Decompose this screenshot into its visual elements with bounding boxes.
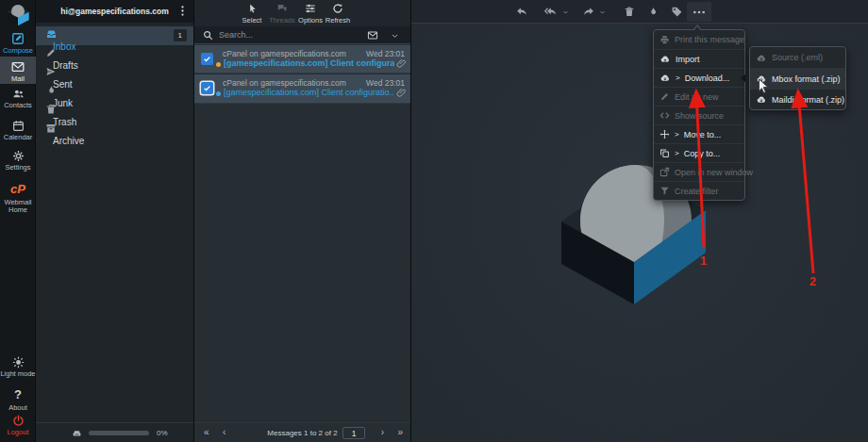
folder-inbox[interactable]: Inbox 1 <box>36 26 193 45</box>
disk-icon <box>71 428 83 438</box>
content-toolbar <box>411 0 868 24</box>
refresh-label: Refresh <box>321 16 355 25</box>
rail-item-settings[interactable]: Settings <box>0 150 36 172</box>
menu-item-download[interactable]: > Download... <box>654 68 744 87</box>
roundcube-logo[interactable] <box>0 3 36 26</box>
menu-item-open-in-new-window[interactable]: Open in new window <box>654 162 744 181</box>
rail-label-compose: Compose <box>0 47 36 55</box>
expand-arrow: > <box>676 74 680 82</box>
folder-trash[interactable]: Trash <box>36 102 193 121</box>
gear-icon <box>0 150 36 162</box>
rail-item-about[interactable]: ? About <box>0 385 36 412</box>
menu-item-show-source[interactable]: Show source <box>654 106 744 124</box>
rail-item-light-mode[interactable]: Light mode <box>0 356 36 378</box>
cloud-download-icon <box>756 94 767 105</box>
folder-drafts[interactable]: Drafts <box>36 45 193 64</box>
menu-item-move-to[interactable]: > Move to... <box>654 124 744 143</box>
menu-item-print[interactable]: Print this message <box>654 30 744 49</box>
folder-sent[interactable]: Sent <box>36 64 193 83</box>
rail-label-mail: Mail <box>0 75 36 83</box>
rail-label-light-mode: Light mode <box>0 370 36 378</box>
roundcube-logo-icon <box>0 3 36 26</box>
message-sender: cPanel on gamespecifications.com <box>223 78 346 88</box>
menu-item-label: Print this message <box>675 35 744 44</box>
content-pane: Print this message Import > Download... … <box>411 0 868 442</box>
submenu-item-source-eml[interactable]: Source (.eml) <box>750 47 845 68</box>
more-actions-button[interactable] <box>687 2 711 22</box>
rail-item-mail[interactable]: Mail <box>0 57 36 84</box>
rail-item-webmail-home[interactable]: cP Webmail Home <box>0 180 36 214</box>
last-page-button[interactable]: » <box>397 423 403 442</box>
annotation-step-1: 1 <box>700 254 707 268</box>
rail-item-compose[interactable]: Compose <box>0 32 36 55</box>
menu-item-label: Open in new window <box>675 168 753 177</box>
refresh-button[interactable]: Refresh <box>321 3 355 25</box>
select-button[interactable]: Select <box>235 3 269 25</box>
menu-item-label: Create filter <box>675 187 719 196</box>
rail-label-settings: Settings <box>0 164 36 172</box>
chevron-down-icon[interactable] <box>562 9 569 15</box>
expand-arrow: > <box>675 130 679 139</box>
message-row[interactable]: cPanel on gamespecifications.com Wed 23:… <box>194 74 410 104</box>
page-number-input[interactable] <box>342 427 365 439</box>
copy-icon <box>659 148 670 158</box>
code-icon <box>659 110 670 121</box>
forward-icon[interactable] <box>582 6 595 18</box>
menu-item-edit-as-new[interactable]: Edit as new <box>654 87 744 106</box>
reply-icon[interactable] <box>515 6 528 18</box>
annotation-arrow-2 <box>798 92 813 273</box>
sun-icon <box>0 356 36 368</box>
rail-item-contacts[interactable]: Contacts <box>0 88 36 109</box>
chevron-down-icon[interactable] <box>599 9 606 15</box>
calendar-icon <box>0 120 36 132</box>
app-rail: Compose Mail Contacts Calendar Settings … <box>0 0 36 442</box>
refresh-icon <box>321 3 355 14</box>
account-address: hi@gamespecifications.com <box>60 7 169 16</box>
search-input[interactable] <box>219 26 351 43</box>
envelope-icon[interactable] <box>367 30 378 41</box>
menu-item-import[interactable]: Import <box>654 49 744 68</box>
menu-item-create-filter[interactable]: Create filter <box>654 181 744 200</box>
cpanel-icon: cP <box>10 182 25 196</box>
funnel-icon <box>659 186 670 196</box>
annotation-step-2: 2 <box>810 275 816 288</box>
rail-label-about: About <box>0 404 36 412</box>
message-count-status: Messages 1 to 2 of 2 <box>194 423 410 442</box>
row-checkbox[interactable] <box>201 82 213 94</box>
archive-icon <box>45 123 193 134</box>
kebab-icon[interactable] <box>176 5 189 17</box>
reply-all-icon[interactable] <box>543 6 558 18</box>
row-checkbox[interactable] <box>201 53 213 65</box>
folder-label: Archive <box>53 136 84 146</box>
menu-item-label: Edit as new <box>675 92 719 102</box>
rail-item-calendar[interactable]: Calendar <box>0 120 36 141</box>
printer-icon <box>659 35 670 45</box>
message-date: Wed 23:01 <box>366 49 405 58</box>
unread-count-badge: 1 <box>174 29 187 41</box>
junk-icon[interactable] <box>647 6 659 18</box>
chevron-down-icon[interactable] <box>391 32 399 40</box>
pencil-icon <box>45 47 193 58</box>
menu-item-label: Download... <box>685 74 730 83</box>
search-icon <box>203 30 213 41</box>
quota-bar: 0% <box>36 422 193 442</box>
submenu-item-label: Source (.eml) <box>772 53 823 62</box>
message-row[interactable]: cPanel on gamespecifications.com Wed 23:… <box>194 45 410 74</box>
tag-icon[interactable] <box>671 6 683 18</box>
rail-label-calendar: Calendar <box>0 134 36 141</box>
menu-item-copy-to[interactable]: > Copy to... <box>654 143 744 162</box>
select-label: Select <box>235 16 269 25</box>
delete-icon[interactable] <box>624 6 635 18</box>
folder-junk[interactable]: Junk <box>36 83 193 102</box>
menu-item-label: Import <box>676 55 700 64</box>
rail-item-logout[interactable]: Logout <box>0 415 36 436</box>
flag-dot-icon[interactable] <box>216 62 221 67</box>
next-page-button[interactable]: › <box>381 423 384 442</box>
contacts-icon <box>0 88 36 100</box>
cloud-download-icon <box>659 73 671 83</box>
folder-archive[interactable]: Archive <box>36 121 193 139</box>
rail-label-contacts: Contacts <box>0 102 36 109</box>
flag-dot-icon[interactable] <box>216 91 221 96</box>
menu-item-label: Move to... <box>684 130 722 139</box>
account-bar: hi@gamespecifications.com <box>36 0 193 23</box>
